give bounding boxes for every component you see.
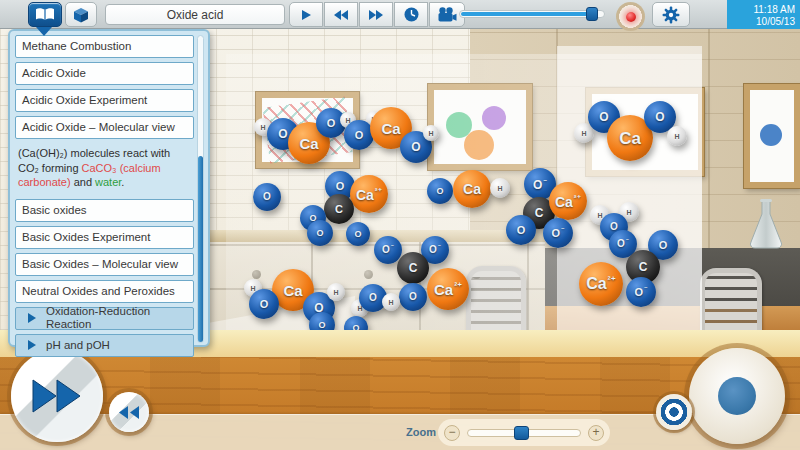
active-tab-pointer	[36, 27, 52, 36]
atom-O: O	[253, 183, 281, 211]
atom-Ca: Ca²⁺	[427, 268, 469, 310]
sidebar-item-label: Oxidation-Reduction Reaction	[46, 305, 187, 331]
atom-H: H	[423, 125, 439, 141]
play-button[interactable]	[289, 2, 323, 27]
joystick-knob[interactable]	[718, 377, 756, 415]
lessons-tab-button[interactable]	[28, 2, 62, 27]
atom-C: C	[397, 252, 429, 284]
app-window: HOCaOHHOCaOHHOCaOHOCaHO⁻OOCa²⁺COCCa²⁺OO⁻…	[0, 0, 800, 450]
sidebar-item-acidic-oxide-experiment[interactable]: Acidic Oxide Experiment	[15, 89, 194, 112]
lesson-sidebar: Methane CombustionAcidic OxideAcidic Oxi…	[8, 29, 210, 347]
sidebar-item-label: Methane Combustion	[22, 40, 131, 53]
lesson-description: (Ca(OH)₂) molecules react with CO₂ formi…	[15, 143, 194, 195]
atom-O: O	[399, 283, 427, 311]
fast-forward-icon	[368, 9, 384, 21]
expand-arrow-icon	[28, 313, 36, 323]
sidebar-item-label: Basic Oxides – Molecular view	[22, 258, 178, 271]
date-text: 10/05/13	[756, 16, 795, 28]
atom-O: O⁻	[626, 277, 656, 307]
rewind-button[interactable]	[324, 2, 358, 27]
lesson-dropdown[interactable]: Oxide acid	[105, 4, 285, 25]
sidebar-item-label: pH and pOH	[46, 339, 110, 352]
timeline-slider[interactable]	[459, 10, 605, 18]
sidebar-item-acidic-oxide-molecular-view[interactable]: Acidic Oxide – Molecular view	[15, 116, 194, 139]
time-text: 11:18 AM	[753, 4, 795, 16]
zoom-slider[interactable]	[467, 429, 581, 437]
rewind-small-button[interactable]	[109, 392, 149, 432]
gear-icon	[662, 6, 680, 24]
sidebar-item-label: Acidic Oxide	[22, 67, 86, 80]
timer-button[interactable]	[394, 2, 428, 27]
atom-Ca: Ca²⁺	[549, 182, 587, 220]
atom-O: O	[427, 178, 453, 204]
fast-forward-button[interactable]	[359, 2, 393, 27]
zoom-slider-handle[interactable]	[514, 426, 529, 440]
description-segment: water	[95, 176, 121, 188]
record-icon	[626, 12, 636, 22]
top-toolbar: Oxide acid	[0, 0, 800, 29]
sidebar-item-basic-oxides-experiment[interactable]: Basic Oxides Experiment	[15, 226, 194, 249]
fast-forward-icon	[31, 378, 83, 414]
clock-icon	[404, 7, 419, 22]
book-icon	[35, 7, 55, 22]
record-button[interactable]	[616, 2, 645, 31]
sidebar-item-methane-combustion[interactable]: Methane Combustion	[15, 35, 194, 58]
sidebar-scrollbar-thumb[interactable]	[198, 156, 203, 342]
atom-Ca: Ca	[453, 170, 491, 208]
sidebar-item-label: Basic oxides	[22, 204, 87, 217]
settings-button[interactable]	[652, 2, 690, 27]
atom-H: H	[382, 293, 400, 311]
camera-joystick[interactable]	[689, 348, 785, 444]
cube-icon	[73, 7, 89, 23]
sidebar-item-oxidation-reduction-reaction[interactable]: Oxidation-Reduction Reaction	[15, 307, 194, 330]
atom-C: C	[324, 194, 354, 224]
description-segment: .	[121, 176, 124, 188]
sidebar-item-label: Acidic Oxide Experiment	[22, 94, 147, 107]
sidebar-item-label: Neutral Oxides and Peroxides	[22, 285, 175, 298]
sidebar-item-basic-oxides-molecular-view[interactable]: Basic Oxides – Molecular view	[15, 253, 194, 276]
atom-O: O	[249, 289, 279, 319]
atom-O: O	[307, 220, 333, 246]
zoom-control: Zoom − +	[438, 419, 610, 446]
expand-arrow-icon	[28, 340, 36, 350]
play-icon	[300, 9, 312, 21]
reset-view-button[interactable]	[656, 394, 692, 430]
atom-H: H	[490, 178, 510, 198]
sidebar-item-basic-oxides[interactable]: Basic oxides	[15, 199, 194, 222]
rewind-icon	[118, 405, 140, 420]
atom-Ca: Ca²⁺	[579, 262, 623, 306]
zoom-label: Zoom	[406, 426, 436, 438]
sidebar-item-neutral-oxides-and-peroxides[interactable]: Neutral Oxides and Peroxides	[15, 280, 194, 303]
atom-H: H	[667, 126, 687, 146]
fast-forward-big-button[interactable]	[11, 350, 103, 442]
timeline-handle[interactable]	[586, 7, 598, 21]
description-segment: and	[71, 176, 95, 188]
zoom-in-button[interactable]: +	[588, 425, 604, 441]
sidebar-item-acidic-oxide[interactable]: Acidic Oxide	[15, 62, 194, 85]
atom-Ca: Ca²⁺	[350, 175, 388, 213]
sidebar-scrollbar[interactable]	[197, 35, 204, 343]
timeline-progress	[461, 12, 589, 16]
zoom-out-button[interactable]: −	[444, 425, 460, 441]
movie-camera-icon	[437, 7, 457, 22]
atom-H: H	[327, 283, 345, 301]
sidebar-item-ph-and-poh[interactable]: pH and pOH	[15, 334, 194, 357]
sidebar-item-label: Acidic Oxide – Molecular view	[22, 121, 175, 134]
models-tab-button[interactable]	[65, 2, 97, 27]
rewind-icon	[333, 9, 349, 21]
clock-display: 11:18 AM 10/05/13	[727, 0, 800, 29]
atom-O: O	[346, 222, 370, 246]
sidebar-item-label: Basic Oxides Experiment	[22, 231, 150, 244]
atom-O: O⁻	[543, 218, 573, 248]
atom-O: O	[506, 215, 536, 245]
lesson-dropdown-value: Oxide acid	[167, 8, 224, 22]
